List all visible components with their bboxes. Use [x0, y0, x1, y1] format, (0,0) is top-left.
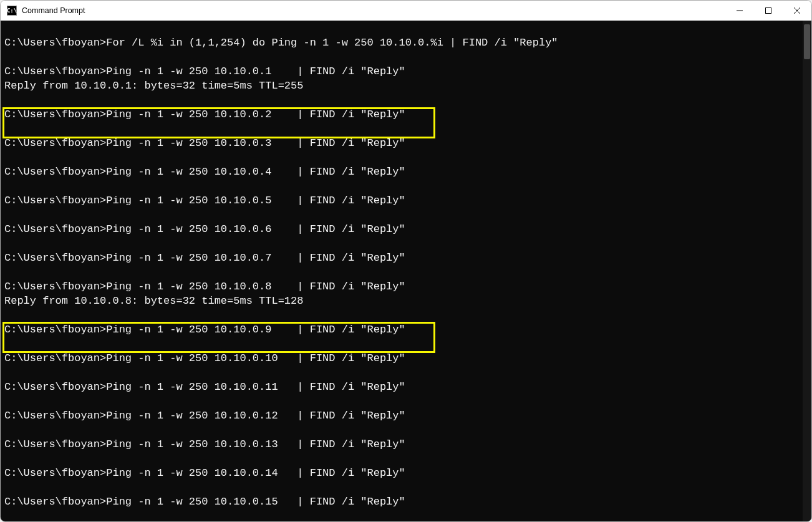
titlebar[interactable]: C:\ Command Prompt	[1, 1, 811, 21]
scroll-thumb[interactable]	[804, 24, 810, 59]
minimize-button[interactable]	[725, 1, 754, 21]
scrollbar[interactable]	[803, 21, 811, 521]
window-title: Command Prompt	[22, 6, 85, 15]
terminal-output[interactable]: C:\Users\fboyan>For /L %i in (1,1,254) d…	[1, 21, 803, 521]
close-button[interactable]	[783, 1, 811, 21]
minimize-icon	[737, 7, 743, 14]
window-controls	[725, 1, 811, 21]
command-prompt-window: C:\ Command Prompt C:\Users\fboyan>For /…	[0, 0, 812, 522]
close-icon	[794, 7, 800, 14]
terminal-area[interactable]: C:\Users\fboyan>For /L %i in (1,1,254) d…	[1, 21, 811, 521]
maximize-icon	[765, 7, 771, 14]
svg-rect-1	[766, 8, 771, 14]
cmd-icon: C:\	[7, 6, 17, 16]
maximize-button[interactable]	[754, 1, 783, 21]
